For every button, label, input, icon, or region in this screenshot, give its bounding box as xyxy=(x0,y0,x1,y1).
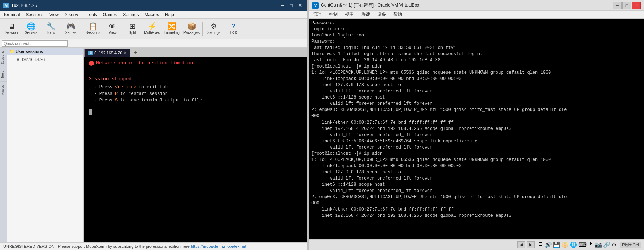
vbox-line-30: 000 xyxy=(311,200,641,207)
toolbar: 🖥 Session 🌐 Servers 🔧 Tools 🎮 Games 📋 Se… xyxy=(0,19,307,39)
multiexec-icon: ⚡ xyxy=(148,23,157,30)
view-label: View xyxy=(109,31,117,35)
vbox-line-29: 2: emp0s3: <BROADCAST,MULTICAST,UP,LOWER… xyxy=(311,194,641,200)
toolbar-session[interactable]: 🖥 Session xyxy=(2,20,21,38)
vbox-line-25: inet 127.0.0.1/8 scope host lo xyxy=(311,169,641,176)
minimize-button[interactable]: ─ xyxy=(279,2,286,9)
maximize-button[interactable]: □ xyxy=(288,2,295,9)
menu-xserver[interactable]: X server xyxy=(62,11,84,18)
vbox-terminal[interactable]: Password: Login incorrect localhost logi… xyxy=(309,19,644,239)
toolbar-games[interactable]: 🎮 Games xyxy=(61,20,80,38)
new-tab-button[interactable]: + xyxy=(130,49,140,57)
vbox-line-13: inet6 ::1/128 scope host xyxy=(311,95,641,101)
vbox-scroll-left[interactable]: ◀ xyxy=(517,241,525,248)
menu-macros[interactable]: Macros xyxy=(142,11,162,18)
quick-connect-input[interactable] xyxy=(2,40,68,47)
toolbar-multiexec[interactable]: ⚡ MultiExec xyxy=(143,20,162,38)
tab-close-button[interactable]: ✕ xyxy=(124,51,126,55)
toolbar-sessions[interactable]: 📋 Sessions xyxy=(83,20,102,38)
sessions-panel: 📁 User sessions 🖥 192.168.4.26 xyxy=(7,48,84,242)
vbox-status-icon-7[interactable]: 🖱 xyxy=(588,241,594,248)
mobaxterm-icon: M xyxy=(3,3,9,8)
session-item-1[interactable]: 🖥 192.168.4.26 xyxy=(8,57,82,62)
vbox-status-icon-4[interactable]: 📀 xyxy=(561,241,569,248)
menu-games[interactable]: Games xyxy=(100,11,120,18)
session-label: Session xyxy=(5,31,18,35)
virtualbox-window: V CentOs (备份 1) [正在运行] - Oracle VM Virtu… xyxy=(309,0,644,250)
close-button[interactable]: ✕ xyxy=(296,2,304,9)
mobatek-link[interactable]: https://mobaxterm.mobatek.net xyxy=(191,244,246,249)
vbox-line-31: link/ether 00:00:27:7a:6f:7e brd ff:ff:f… xyxy=(311,207,641,213)
split-label: Split xyxy=(129,31,136,35)
vbox-menu-kongzhi[interactable]: 控制 xyxy=(325,11,341,18)
right-ctrl-button[interactable]: Right Ctrl xyxy=(620,242,641,248)
terminal-line-1: - Press <return> to exit tab xyxy=(89,84,302,91)
side-tab-macros[interactable]: Macros xyxy=(0,81,7,99)
vbox-status-icon-6[interactable]: ⌨ xyxy=(578,241,587,248)
toolbar-settings[interactable]: ⚙ Settings xyxy=(204,20,223,38)
tools-icon: 🔧 xyxy=(46,23,56,30)
vbox-line-24: link/loopback 00:00:00:00:00:00 brd 00:0… xyxy=(311,163,641,169)
vbox-status-icon-9[interactable]: 🔗 xyxy=(603,241,610,248)
toolbar-tunneling[interactable]: 🔀 Tunneling xyxy=(162,20,181,38)
vbox-line-5: Last failed login: Thu Aug 19 11:33:59 C… xyxy=(311,45,641,51)
terminal-line-3: - Press S to save terminal output to fil… xyxy=(89,97,302,104)
vbox-status-icons: 🖥 🔊 💾 📀 🌐 ⌨ 🖱 📷 🔗 ⚙ xyxy=(538,241,617,248)
vbox-status-icon-5[interactable]: 🌐 xyxy=(570,241,577,248)
vbox-status-icon-10[interactable]: ⚙ xyxy=(611,241,617,248)
terminal-content[interactable]: Network error: Connection timed out Sess… xyxy=(84,57,307,242)
vbox-window-controls: ─ □ ✕ xyxy=(613,2,641,9)
vbox-status-icon-8[interactable]: 📷 xyxy=(595,241,602,248)
terminal-cursor-area xyxy=(89,109,302,115)
vbox-title-bar: V CentOs (备份 1) [正在运行] - Oracle VM Virtu… xyxy=(309,0,644,11)
vbox-line-9: 1: lo: <LOOPBACK,UP,LOWER_UP> mtu 65536 … xyxy=(311,70,641,76)
sessions-header-label: User sessions xyxy=(16,49,43,54)
toolbar-tools[interactable]: 🔧 Tools xyxy=(41,20,60,38)
menu-tools[interactable]: Tools xyxy=(84,11,100,18)
packages-label: Packages xyxy=(183,31,200,35)
vbox-line-23: 1: lo: <LOOPBACK,UP,LOWER_UP> mtu 65536 … xyxy=(311,157,641,163)
vbox-maximize-button[interactable]: □ xyxy=(622,2,631,9)
vbox-menu-bangzhu[interactable]: 帮助 xyxy=(390,11,406,18)
exit-action: to exit tab xyxy=(139,85,168,90)
settings-label: Settings xyxy=(207,31,220,35)
toolbar-help[interactable]: ? Help xyxy=(224,20,243,38)
servers-icon: 🌐 xyxy=(27,23,36,30)
vbox-status-icon-2[interactable]: 🔊 xyxy=(545,241,552,248)
vbox-line-7: Last login: Mon Jul 26 14:49:48 from 192… xyxy=(311,57,641,64)
vbox-menu-shebei[interactable]: 设备 xyxy=(374,11,390,18)
servers-label: Servers xyxy=(25,31,37,35)
vbox-line-26: valid_lft forever preferred_lft forever xyxy=(311,176,641,182)
vbox-scroll-right[interactable]: ▶ xyxy=(527,241,535,248)
menu-settings[interactable]: Settings xyxy=(120,11,141,18)
toolbar-view[interactable]: 👁 View xyxy=(103,20,122,38)
menu-sessions[interactable]: Sessions xyxy=(23,11,46,18)
vbox-status-icon-1[interactable]: 🖥 xyxy=(538,241,543,248)
vbox-line-10: link/loopback 00:00:00:00:00:00 brd 00:0… xyxy=(311,76,641,82)
menu-terminal[interactable]: Terminal xyxy=(0,11,23,18)
menu-help[interactable]: Help xyxy=(162,11,177,18)
settings-icon: ⚙ xyxy=(211,23,217,30)
vbox-minimize-button[interactable]: ─ xyxy=(613,2,622,9)
toolbar-split[interactable]: ⊞ Split xyxy=(123,20,142,38)
toolbar-packages[interactable]: 📦 Packages xyxy=(182,20,201,38)
vbox-line-6: There was 1 failed login attempt since t… xyxy=(311,51,641,57)
status-bar: UNREGISTERED VERSION - Please support Mo… xyxy=(0,242,307,250)
side-tab-tools[interactable]: Tools xyxy=(0,68,7,81)
vbox-line-22: [root@localhost ~]# ip addr xyxy=(311,151,641,157)
toolbar-servers[interactable]: 🌐 Servers xyxy=(22,20,41,38)
tab-label: 6. 192.168.4.26 xyxy=(94,51,122,55)
vbox-menu-guanli[interactable]: 管理 xyxy=(309,11,325,18)
vbox-menu-shitu[interactable]: 视图 xyxy=(341,11,357,18)
menu-view[interactable]: View xyxy=(46,11,62,18)
vbox-line-14: valid_lft forever preferred_lft forever xyxy=(311,101,641,107)
session-stopped-text: Session stopped xyxy=(89,76,302,82)
vbox-status-icon-3[interactable]: 💾 xyxy=(553,241,560,248)
vbox-menu-rejian[interactable]: 热键 xyxy=(357,11,374,18)
help-icon: ? xyxy=(232,23,236,30)
mobaxterm-window: M 192.168.4.26 ─ □ ✕ Terminal Sessions V… xyxy=(0,0,307,250)
sessions-tree: 🖥 192.168.4.26 xyxy=(7,55,83,242)
side-tab-sessions[interactable]: Sessions xyxy=(0,48,7,68)
terminal-tab[interactable]: 🖥 6. 192.168.4.26 ✕ xyxy=(84,49,130,57)
vbox-close-button[interactable]: ✕ xyxy=(632,2,641,9)
